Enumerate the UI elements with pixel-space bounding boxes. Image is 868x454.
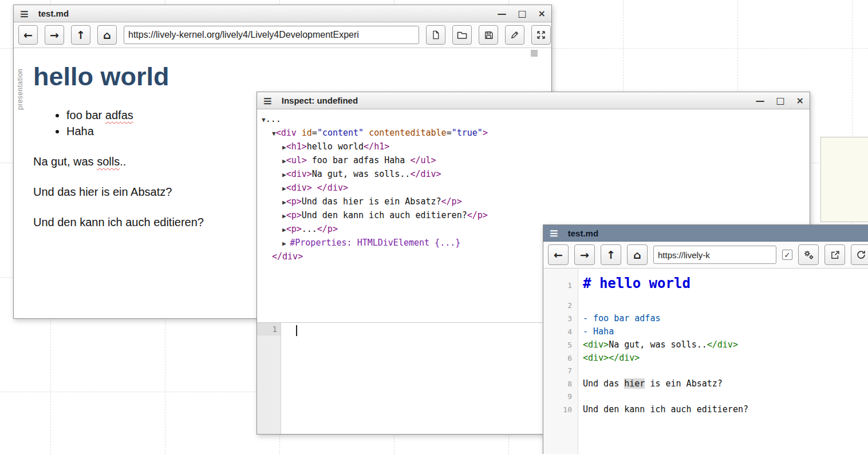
code-token: id <box>302 128 312 138</box>
line-number: 8 <box>543 378 578 390</box>
code-line[interactable]: # hello world <box>578 275 691 293</box>
line-number: 7 <box>543 365 578 377</box>
settings-button[interactable] <box>798 244 819 265</box>
home-icon: ⌂ <box>633 250 641 260</box>
save-button[interactable] <box>479 25 498 45</box>
forward-icon: → <box>50 30 59 41</box>
editor-line[interactable]: 9 <box>543 390 868 403</box>
code-token: <div> <box>583 339 609 350</box>
close-button[interactable]: × <box>538 9 546 18</box>
forward-button[interactable]: → <box>45 25 64 45</box>
home-button[interactable]: ⌂ <box>97 25 117 45</box>
new-file-button[interactable] <box>426 25 445 45</box>
disclosure-arrow-icon[interactable]: ▶ <box>282 212 286 220</box>
back-button[interactable]: ← <box>18 25 38 45</box>
editor-line[interactable]: 3- foo bar adfas <box>543 312 868 325</box>
line-number: 10 <box>543 404 578 416</box>
up-button[interactable]: ↑ <box>601 244 621 265</box>
inspector-tree-row[interactable]: ▶<div> </div> <box>257 181 810 195</box>
code-token: <ul> <box>286 155 307 165</box>
disclosure-arrow-icon[interactable]: ▶ <box>282 157 286 165</box>
refresh-button[interactable] <box>851 244 868 265</box>
maximize-button[interactable]: □ <box>518 9 526 18</box>
expand-button[interactable] <box>531 25 551 45</box>
misspelled-word: adfas <box>105 109 133 121</box>
refresh-icon <box>856 250 866 260</box>
code-line[interactable]: Und das hier is ein Absatz? <box>578 377 723 390</box>
editor-titlebar[interactable]: ≡ test.md <box>543 225 868 242</box>
inspector-tree-row[interactable]: ▶<p>Und das hier is ein Absatz?</p> <box>257 195 810 209</box>
up-icon: ↑ <box>76 30 85 41</box>
line-number: 6 <box>543 352 578 365</box>
code-line[interactable]: <div>Na gut, was solls..</div> <box>578 338 738 351</box>
up-button[interactable]: ↑ <box>71 25 90 45</box>
code-line[interactable]: - foo bar adfas <box>578 312 660 325</box>
forward-icon: → <box>580 250 589 260</box>
disclosure-arrow-icon[interactable]: ▶ <box>282 240 290 247</box>
close-button[interactable]: × <box>796 96 804 105</box>
code-token: Und den kann ich auch editieren? <box>302 210 467 220</box>
toolbar-checkbox[interactable]: ✓ <box>782 250 792 260</box>
code-line[interactable]: Und den kann ich auch editieren? <box>578 403 748 416</box>
code-line[interactable]: - Haha <box>578 325 614 338</box>
scrollbar-handle[interactable] <box>531 50 538 57</box>
editor-line[interactable]: 5<div>Na gut, was solls..</div> <box>543 338 868 352</box>
forward-button[interactable]: → <box>574 244 595 265</box>
editor-line[interactable]: 7 <box>543 365 868 377</box>
disclosure-arrow-icon[interactable]: ▶ <box>282 185 286 192</box>
editor-line[interactable]: 10Und den kann ich auch editieren? <box>543 403 868 416</box>
code-line[interactable]: <div></div> <box>578 352 640 364</box>
url-input[interactable] <box>653 246 776 264</box>
disclosure-arrow-icon[interactable]: ▶ <box>282 199 286 206</box>
code-editor[interactable]: 1# hello world23- foo bar adfas4- Haha5<… <box>543 269 868 454</box>
inspector-tree-row[interactable]: ▼<div id="content" contenteditable="true… <box>257 127 810 140</box>
menu-icon[interactable]: ≡ <box>549 227 559 239</box>
folder-icon <box>457 30 467 40</box>
back-icon: ← <box>554 250 563 260</box>
line-number: 3 <box>543 313 578 325</box>
inspector-tree-row[interactable]: ▶<h1>hello world</h1> <box>257 140 810 154</box>
code-token <box>364 128 369 138</box>
maximize-button[interactable]: □ <box>776 96 784 105</box>
back-button[interactable]: ← <box>548 244 569 265</box>
list-item-text: foo bar <box>66 109 105 121</box>
browse-folder-button[interactable] <box>452 25 472 45</box>
code-token: = <box>312 128 317 138</box>
menu-icon[interactable]: ≡ <box>263 95 273 106</box>
menu-icon[interactable]: ≡ <box>19 8 29 19</box>
home-button[interactable]: ⌂ <box>627 244 648 265</box>
open-external-button[interactable] <box>824 244 845 265</box>
disclosure-arrow-icon[interactable]: ▼ <box>262 116 266 124</box>
code-token: Na gut, was solls.. <box>609 339 707 350</box>
window-title: test.md <box>568 228 598 238</box>
code-token: <p> <box>286 210 302 220</box>
inspector-titlebar[interactable]: ≡ Inspect: undefined — □ × <box>257 92 810 109</box>
misspelled-word: solls <box>97 155 120 168</box>
inspector-tree-row[interactable]: ▶<p>Und den kann ich auch editieren?</p> <box>257 209 810 223</box>
preview-titlebar[interactable]: ≡ test.md — □ × <box>14 5 551 22</box>
code-token: </ul> <box>410 155 436 165</box>
code-token: </p> <box>467 210 488 220</box>
editor-line[interactable]: 6<div></div> <box>543 352 868 365</box>
editor-line[interactable]: 1# hello world <box>543 271 868 299</box>
editor-line[interactable]: 4- Haha <box>543 325 868 338</box>
inspector-tree-row[interactable]: ▼... <box>257 113 810 127</box>
new-file-icon <box>431 30 440 40</box>
paragraph-text: Und den kann ich auch editieren? <box>33 216 204 228</box>
line-number: 4 <box>543 326 578 338</box>
disclosure-arrow-icon[interactable]: ▶ <box>282 144 286 151</box>
disclosure-arrow-icon[interactable]: ▶ <box>282 171 286 179</box>
minimize-button[interactable]: — <box>497 9 506 18</box>
inspector-tree-row[interactable]: ▶<div>Na gut, was solls..</div> <box>257 168 810 181</box>
inspector-tree-row[interactable]: ▶<ul> foo bar adfas Haha </ul> <box>257 154 810 168</box>
editor-line[interactable]: 2 <box>543 299 868 312</box>
disclosure-arrow-icon[interactable]: ▼ <box>272 130 276 137</box>
editor-line[interactable]: 8Und das hier is ein Absatz? <box>543 377 868 390</box>
save-icon <box>484 30 494 40</box>
disclosure-arrow-icon[interactable]: ▶ <box>282 226 286 234</box>
code-token <box>297 128 302 138</box>
url-input[interactable] <box>124 26 419 44</box>
edit-button[interactable] <box>505 25 524 45</box>
code-token: <p> <box>286 224 302 234</box>
minimize-button[interactable]: — <box>755 96 764 105</box>
